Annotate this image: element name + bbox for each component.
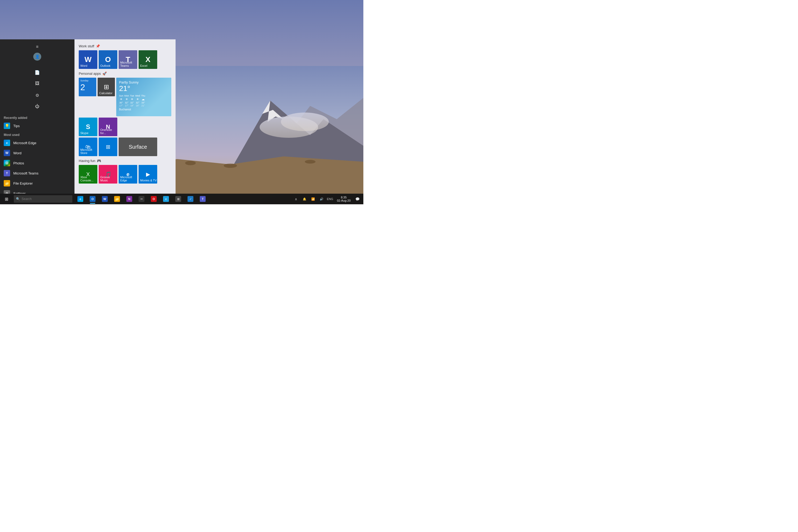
tile-teams[interactable]: T Microsoft Teams (119, 50, 137, 69)
taskbar: ⊞ 🔍 e O W 📁 N ✂ O (0, 194, 363, 204)
tile-calculator[interactable]: ⊞ Calculator (98, 78, 115, 96)
work-stuff-label: Work stuff 📌 (79, 44, 171, 48)
system-tray: ∧ 🔔 📶 🔊 ENG 8:35 02-Aug-20 💬 (292, 194, 363, 204)
weather-location: Bucharest (119, 108, 169, 111)
documents-btn[interactable]: 📄 (31, 67, 44, 78)
taskbar-word[interactable]: W (99, 194, 111, 204)
forecast-thu: Thu ☁ 33° 21° (141, 94, 145, 107)
teams-icon: T (4, 170, 10, 176)
personal-row-2: S Skype N OneNote for... (79, 118, 171, 136)
hamburger-menu-btn[interactable]: ≡ (31, 41, 44, 52)
tile-windows[interactable]: ⊞ (99, 137, 117, 156)
word-icon: W (4, 150, 10, 156)
tile-surface[interactable]: Surface (119, 137, 157, 156)
power-btn[interactable]: ⏻ (31, 101, 44, 112)
settings-icon: ⚙ (4, 190, 10, 194)
most-used-label: Most used (0, 131, 75, 138)
taskbar-search-box[interactable]: 🔍 (14, 195, 72, 203)
xbox-tile-label: Xbox Console... (80, 175, 97, 182)
taskbar-unknown1-icon: ⊞ (175, 196, 181, 202)
forecast-tue: Tue ☀ 32° 18° (130, 94, 134, 107)
search-input[interactable] (22, 197, 70, 201)
app-list: Recently added 💡 Tips Most used e Micros… (0, 114, 75, 194)
svg-marker-1 (284, 98, 363, 194)
skype-tile-icon: S (86, 123, 90, 131)
tile-skype[interactable]: S Skype (79, 118, 97, 136)
svg-point-9 (224, 164, 237, 168)
forecast-mon: Mon ☀ 32° 17° (124, 94, 129, 107)
tile-onenote[interactable]: N OneNote for... (99, 118, 117, 136)
tray-volume[interactable]: 🔊 (318, 194, 325, 204)
forecast-wed: Wed ☀ 32° 18° (135, 94, 140, 107)
app-word[interactable]: W Word (0, 148, 75, 158)
tile-outlook[interactable]: O Outlook (99, 50, 117, 69)
taskbar-word-icon: W (102, 196, 108, 202)
taskbar-outlook[interactable]: O (87, 194, 98, 204)
tile-calendar[interactable]: Sunday 2 (79, 78, 96, 96)
excel-tile-label: Excel (140, 64, 147, 67)
taskbar-explorer-icon: 📁 (114, 196, 120, 202)
outlook-tile-icon: O (105, 55, 111, 64)
tile-xbox[interactable]: X Xbox Console... (79, 165, 97, 184)
app-photos[interactable]: 🖼 Photos (0, 158, 75, 168)
svg-point-4 (260, 116, 318, 138)
personal-row-1: Sunday 2 ⊞ Calculator Partly Sunny 21° (79, 78, 171, 116)
user-avatar[interactable]: 👤 (33, 53, 41, 61)
start-button[interactable]: ⊞ (0, 194, 13, 204)
taskbar-clock[interactable]: 8:35 02-Aug-20 (335, 196, 353, 202)
word-tile-label: Word (80, 64, 87, 67)
tile-edge-fun[interactable]: e Microsoft Edge (119, 165, 137, 184)
personal-row-3: 🛍 Microsoft Store ⊞ Surface (79, 137, 171, 156)
taskbar-explorer[interactable]: 📁 (111, 194, 123, 204)
svg-marker-3 (262, 100, 284, 122)
calculator-tile-label: Calculator (99, 92, 113, 95)
windows-tile-icon: ⊞ (106, 144, 110, 150)
calculator-tile-icon: ⊞ (104, 83, 109, 91)
taskbar-onenote[interactable]: N (124, 194, 135, 204)
edge-fun-tile-label: Microsoft Edge (120, 175, 137, 182)
tile-weather[interactable]: Partly Sunny 21° Sun ☀ 30° 17° Mon ☀ (116, 78, 171, 116)
teams-tile-label: Microsoft Teams (120, 61, 137, 67)
taskbar-edge[interactable]: e (75, 194, 86, 204)
taskbar-snip[interactable]: ✂ (136, 194, 147, 204)
app-tips[interactable]: 💡 Tips (0, 121, 75, 131)
settings-sidebar-btn[interactable]: ⚙ (31, 90, 44, 100)
edge-icon: e (4, 140, 10, 146)
taskbar-ie-icon: e (163, 196, 169, 202)
taskbar-opera[interactable]: O (148, 194, 159, 204)
forecast-sun: Sun ☀ 30° 17° (119, 94, 123, 107)
tile-movies[interactable]: ▶ Movies & TV (138, 165, 157, 184)
tile-store[interactable]: 🛍 Microsoft Store (79, 137, 97, 156)
taskbar-ie[interactable]: e (160, 194, 172, 204)
weather-temp: 21° (119, 84, 169, 93)
calendar-date: 2 (80, 83, 85, 92)
work-tile-row: W Word O Outlook T Microsoft Teams X Exc… (79, 50, 171, 69)
app-teams-most[interactable]: T Microsoft Teams (0, 168, 75, 178)
app-file-explorer[interactable]: 📁 File Explorer (0, 178, 75, 188)
svg-marker-2 (217, 100, 363, 194)
tray-icon-1[interactable]: 🔔 (301, 194, 308, 204)
tile-word[interactable]: W Word (79, 50, 97, 69)
groove-tile-label: Groove Music (100, 175, 117, 182)
tile-excel[interactable]: X Excel (138, 50, 157, 69)
tray-icon-2[interactable]: 📶 (309, 194, 317, 204)
sidebar-icon-panel: ≡ 👤 📄 🖼 ⚙ ⏻ (0, 39, 75, 114)
weather-condition: Partly Sunny (119, 80, 169, 84)
taskbar-todo[interactable]: ✓ (185, 194, 196, 204)
app-settings[interactable]: ⚙ Settings (0, 188, 75, 194)
taskbar-unknown1[interactable]: ⊞ (172, 194, 184, 204)
taskbar-opera-icon: O (151, 196, 157, 202)
app-edge[interactable]: e Microsoft Edge (0, 138, 75, 148)
svg-point-8 (185, 161, 196, 165)
weather-forecast: Sun ☀ 30° 17° Mon ☀ 32° 17° Tue (119, 94, 169, 107)
start-left-panel: ≡ 👤 📄 🖼 ⚙ ⏻ Recently added 💡 Tips Most u… (0, 39, 75, 194)
tile-groove[interactable]: 🎵 Groove Music (99, 165, 117, 184)
movies-tile-icon: ▶ (146, 171, 150, 177)
tray-language[interactable]: ENG (326, 194, 334, 204)
action-center-btn[interactable]: 💬 (354, 194, 361, 204)
tiles-panel: Work stuff 📌 W Word O Outlook T Microsof… (75, 39, 175, 194)
photos-sidebar-btn[interactable]: 🖼 (31, 78, 44, 89)
system-tray-chevron[interactable]: ∧ (292, 194, 300, 204)
taskbar-teams-tb[interactable]: T (197, 194, 209, 204)
taskbar-outlook-icon: O (90, 196, 95, 202)
